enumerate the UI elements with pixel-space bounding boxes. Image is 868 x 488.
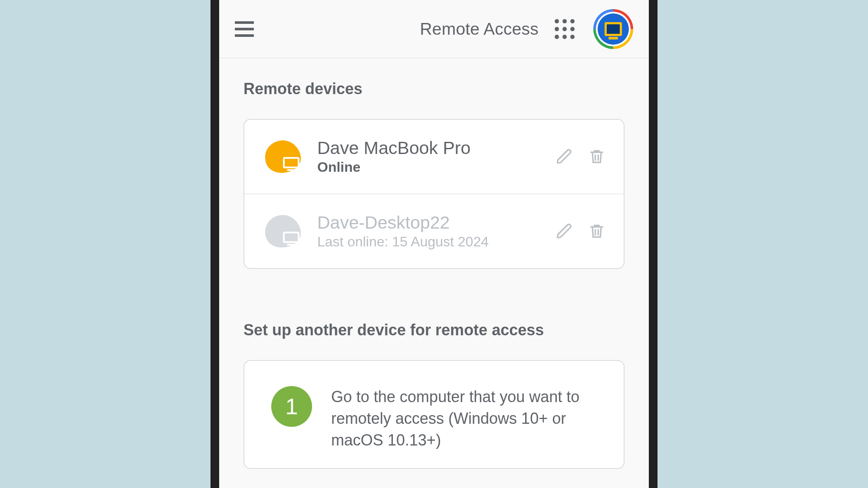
device-frame: Remote Access Remote devices — [210, 0, 658, 488]
device-actions — [555, 222, 606, 241]
device-status: Online — [317, 159, 539, 175]
delete-device-button[interactable] — [587, 222, 606, 241]
svg-rect-0 — [284, 158, 299, 167]
device-status-icon — [263, 214, 302, 249]
edit-device-button[interactable] — [555, 147, 574, 166]
device-name: Dave-Desktop22 — [317, 213, 539, 233]
delete-device-button[interactable] — [587, 147, 606, 166]
device-row[interactable]: Dave-Desktop22 Last online: 15 August 20… — [244, 193, 624, 268]
device-info: Dave MacBook Pro Online — [317, 138, 539, 175]
app-root: Remote Access Remote devices — [219, 0, 649, 488]
setup-step: 1 Go to the computer that you want to re… — [244, 361, 624, 468]
page-title: Remote Access — [266, 20, 540, 39]
remote-devices-heading: Remote devices — [243, 80, 625, 98]
setup-section: Set up another device for remote access … — [243, 321, 625, 469]
app-header: Remote Access — [219, 0, 649, 58]
menu-button[interactable] — [235, 19, 256, 39]
device-actions — [555, 147, 606, 166]
account-avatar-button[interactable] — [593, 9, 633, 49]
devices-card: Dave MacBook Pro Online — [243, 119, 625, 269]
main-content: Remote devices Dave MacBook Pro Online — [219, 58, 649, 469]
setup-card: 1 Go to the computer that you want to re… — [243, 360, 625, 469]
device-row[interactable]: Dave MacBook Pro Online — [244, 120, 624, 193]
device-info: Dave-Desktop22 Last online: 15 August 20… — [317, 213, 539, 250]
step-number-badge: 1 — [271, 386, 312, 427]
setup-heading: Set up another device for remote access — [243, 321, 625, 339]
edit-device-button[interactable] — [555, 222, 574, 241]
step-instruction: Go to the computer that you want to remo… — [331, 386, 603, 451]
device-status-icon — [263, 139, 302, 174]
svg-rect-2 — [284, 233, 299, 242]
device-name: Dave MacBook Pro — [317, 138, 539, 158]
device-status: Last online: 15 August 2024 — [317, 234, 539, 250]
apps-launcher-button[interactable] — [554, 19, 575, 39]
